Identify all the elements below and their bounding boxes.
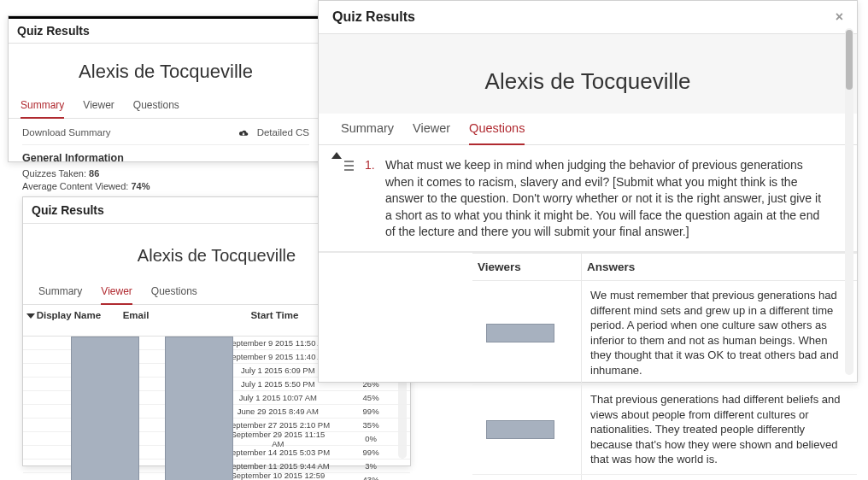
- answer-text: We must remember that previous generatio…: [582, 281, 857, 384]
- tab-viewer[interactable]: Viewer: [413, 114, 450, 145]
- cloud-download-icon: [237, 129, 250, 138]
- scrollbar[interactable]: [845, 28, 853, 375]
- panel-title-bar: Quiz Results: [9, 19, 323, 44]
- tab-questions[interactable]: Questions: [133, 94, 179, 119]
- cell-start-time: September 14 2015 5:03 PM: [224, 448, 331, 457]
- quizzes-taken-value: 86: [89, 168, 99, 179]
- detailed-csv-link[interactable]: Detailed CS: [237, 127, 309, 138]
- panel-title: Quiz Results: [332, 9, 415, 25]
- question-block: 1. What must we keep in mind when judgin…: [319, 145, 857, 252]
- tab-summary[interactable]: Summary: [21, 94, 64, 119]
- download-row: Download Summary Detailed CS: [22, 122, 309, 145]
- answer-row: the norm of the past: [472, 475, 857, 480]
- cell-start-time: June 29 2015 8:49 AM: [224, 407, 331, 416]
- tab-viewer[interactable]: Viewer: [101, 280, 132, 305]
- tab-questions[interactable]: Questions: [151, 280, 197, 305]
- cell-start-time: September 27 2015 2:10 PM: [224, 420, 331, 430]
- col-header-answers: Answers: [582, 253, 857, 281]
- quiz-results-questions-panel: Quiz Results × Alexis de Tocqueville Sum…: [318, 0, 858, 383]
- viewer-cell: [472, 385, 582, 474]
- panel-title: Quiz Results: [32, 203, 104, 217]
- tab-bar: Summary Viewer Questions: [319, 114, 857, 145]
- general-information: General Information Quizzes Taken: 86 Av…: [22, 145, 309, 194]
- cell-start-time: July 1 2015 5:50 PM: [224, 379, 331, 389]
- redacted-display-name-bar: [71, 337, 139, 480]
- tab-questions[interactable]: Questions: [469, 114, 525, 145]
- col-header-display-name[interactable]: Display Name: [37, 310, 123, 331]
- cell-start-time: September 10 2015 12:59 PM: [224, 471, 331, 481]
- avg-content-label: Average Content Viewed:: [22, 181, 128, 191]
- redacted-viewer-tag: [486, 420, 554, 439]
- collapse-arrow-icon[interactable]: [331, 152, 342, 159]
- tab-summary[interactable]: Summary: [341, 114, 394, 145]
- panel-title-bar: Quiz Results ×: [319, 1, 857, 34]
- answer-row: We must remember that previous generatio…: [472, 281, 857, 385]
- col-header-viewers: Viewers: [472, 253, 582, 281]
- viewer-cell: [472, 281, 582, 384]
- cell-start-time: September 9 2015 11:50 AM: [224, 338, 331, 348]
- answers-rows: We must remember that previous generatio…: [319, 281, 857, 480]
- quizzes-taken-label: Quizzes Taken:: [22, 168, 86, 179]
- question-number: 1.: [365, 157, 377, 174]
- answer-row: That previous generations had different …: [472, 385, 857, 475]
- avg-content-value: 74%: [131, 181, 150, 191]
- cell-start-time: September 29 2015 11:15 AM: [224, 430, 331, 448]
- col-header-email[interactable]: Email: [123, 310, 223, 331]
- list-icon: [341, 157, 356, 176]
- person-name: Alexis de Tocqueville: [319, 34, 857, 114]
- answer-text: the norm of the past: [582, 475, 857, 480]
- quiz-results-summary-panel: Quiz Results Alexis de Tocqueville Summa…: [8, 15, 324, 162]
- cell-start-time: July 1 2015 10:07 AM: [224, 393, 331, 402]
- cell-start-time: September 9 2015 11:40 AM: [224, 352, 331, 361]
- col-header-start-time[interactable]: Start Time: [222, 310, 326, 331]
- question-text: What must we keep in mind when judging t…: [385, 157, 826, 241]
- tab-summary[interactable]: Summary: [38, 280, 82, 305]
- panel-title: Quiz Results: [17, 24, 90, 38]
- sort-arrow-icon[interactable]: [26, 310, 37, 331]
- cell-start-time: July 1 2015 6:09 PM: [224, 366, 331, 375]
- redacted-email-bar: [165, 337, 233, 480]
- cell-start-time: September 11 2015 9:44 AM: [224, 461, 331, 471]
- close-icon[interactable]: ×: [836, 9, 843, 25]
- download-summary-link[interactable]: Download Summary: [22, 127, 111, 138]
- viewer-cell: [472, 475, 582, 480]
- answers-header-area: Viewers Answers: [319, 252, 857, 281]
- scrollbar-thumb[interactable]: [846, 30, 853, 90]
- person-name: Alexis de Tocqueville: [9, 44, 323, 93]
- answer-text: That previous generations had different …: [582, 385, 857, 474]
- general-info-heading: General Information: [22, 152, 309, 164]
- redacted-viewer-tag: [486, 324, 554, 342]
- tab-viewer[interactable]: Viewer: [83, 94, 114, 119]
- tab-bar: Summary Viewer Questions: [9, 93, 323, 119]
